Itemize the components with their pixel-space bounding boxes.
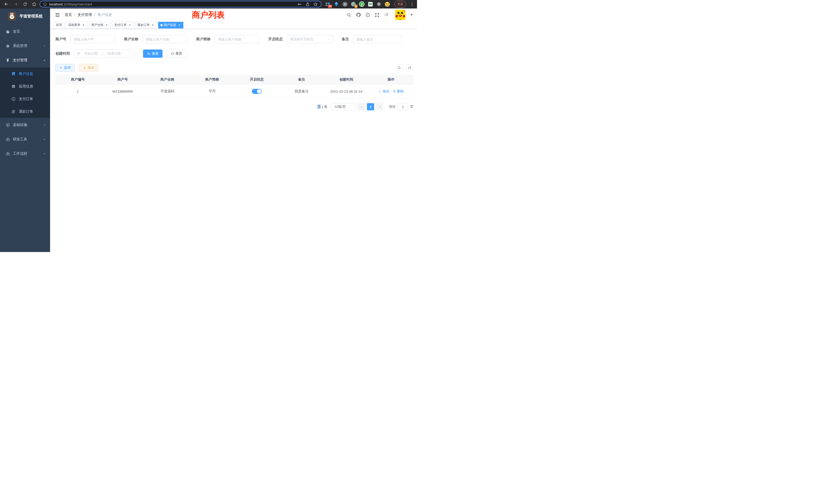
close-icon[interactable]: ×	[82, 23, 85, 27]
key-icon[interactable]	[297, 2, 302, 6]
breadcrumb-payment[interactable]: 支付管理	[78, 13, 92, 17]
share-icon[interactable]	[306, 2, 310, 6]
collapse-sidebar-icon[interactable]	[55, 12, 60, 18]
app-logo-row[interactable]: 芋道管理系统	[0, 8, 50, 24]
close-icon[interactable]: ×	[105, 23, 108, 27]
browser-toolbar: localhost:1024/pay/merchant 10 ⌘ 1 y 更新 …	[0, 0, 417, 8]
gear-icon	[5, 44, 10, 48]
remark-input[interactable]	[353, 35, 402, 43]
sidebar-item-infrastructure[interactable]: 基础设施	[0, 118, 50, 132]
tab-pay-order[interactable]: 支付订单×	[112, 22, 134, 28]
home-icon[interactable]	[30, 1, 38, 7]
chevron-down-icon	[43, 152, 46, 155]
browser-update-button[interactable]: 更新	[394, 1, 406, 8]
cell-merchant-name: 芋道源码	[145, 89, 190, 94]
ext-gem-icon[interactable]	[333, 1, 339, 7]
avatar-caret-icon[interactable]	[410, 14, 413, 16]
status-toggle[interactable]	[252, 89, 262, 94]
sidebar-item-pay-order[interactable]: ¥ 支付订单	[0, 93, 50, 105]
chevron-left-icon	[360, 106, 363, 108]
tab-merchant-info[interactable]: 商户信息×	[158, 22, 183, 28]
sidebar-item-refund-order[interactable]: 退款订单	[0, 105, 50, 118]
active-dot	[160, 24, 162, 26]
search-button[interactable]: 搜索	[143, 49, 162, 58]
grid-icon	[10, 84, 16, 89]
extensions-row: 10 ⌘ 1 y 更新 ⋮	[325, 1, 414, 8]
add-button[interactable]: 新增	[56, 64, 75, 72]
sidebar-item-home[interactable]: 首页	[0, 24, 50, 39]
search-icon	[397, 66, 401, 70]
ext-v-icon[interactable]: y	[359, 1, 365, 7]
fullscreen-icon[interactable]	[375, 13, 379, 18]
reload-icon[interactable]	[21, 1, 29, 7]
breadcrumb: 首页 / 支付管理 / 商户信息	[65, 13, 112, 17]
merchant-no-input[interactable]	[70, 35, 115, 43]
font-size-icon[interactable]: TT	[384, 13, 389, 18]
reset-button[interactable]: 重置	[167, 49, 186, 58]
ext-badge: 10	[328, 5, 332, 8]
bookmark-star-icon[interactable]	[313, 2, 318, 6]
refresh-table-button[interactable]	[406, 64, 413, 72]
extensions-puzzle-icon[interactable]	[376, 1, 381, 7]
sidebar-item-system[interactable]: 系统管理	[0, 39, 50, 53]
status-label: 开启状态	[268, 37, 283, 42]
app-logo	[8, 12, 16, 20]
status-select[interactable]: 请选择开启状态	[287, 35, 333, 43]
pagination: 共 1 条 10条/页 1 前往 页	[56, 103, 413, 110]
github-icon[interactable]	[356, 12, 361, 18]
forward-icon[interactable]	[12, 1, 20, 7]
filter-row-2: 创建时间 开始日期 - 结束日期 搜索 重置	[56, 49, 413, 58]
edit-link[interactable]: 修改	[378, 89, 389, 94]
svg-text:T: T	[386, 13, 388, 17]
delete-link[interactable]: 删除	[393, 89, 404, 94]
site-info-icon[interactable]	[43, 2, 47, 6]
hide-search-button[interactable]	[395, 64, 403, 72]
merchant-short-input[interactable]	[215, 35, 260, 43]
close-icon[interactable]: ×	[177, 23, 181, 27]
tab-process-form[interactable]: 流程表单×	[66, 22, 88, 28]
page-number-button[interactable]: 1	[367, 103, 374, 110]
toolbox-icon	[5, 137, 10, 142]
svg-text:¥: ¥	[13, 98, 14, 100]
page-size-select[interactable]: 10条/页	[331, 103, 356, 110]
next-page-button[interactable]	[376, 103, 383, 110]
column-header: 商户全称	[145, 77, 190, 82]
sidebar-item-workflow[interactable]: 工作流程	[0, 146, 50, 161]
column-header: 操作	[369, 77, 413, 82]
merchant-name-input[interactable]	[142, 35, 188, 43]
search-icon	[147, 52, 151, 55]
sidebar-item-merchant-info[interactable]: 商户信息	[0, 68, 50, 80]
back-icon[interactable]	[3, 1, 10, 7]
breadcrumb-home[interactable]: 首页	[65, 13, 72, 17]
url-bar[interactable]: localhost:1024/pay/merchant	[40, 1, 322, 7]
ext-diamond-icon[interactable]: 10	[325, 1, 331, 7]
tab-user-group[interactable]: 用户分组×	[89, 22, 111, 28]
tab-refund-order[interactable]: 退款订单×	[135, 22, 157, 28]
edit-pencil-icon	[378, 90, 381, 93]
end-date-placeholder: 结束日期	[107, 51, 121, 56]
merchant-no-label: 商户号	[56, 37, 66, 42]
ext-chat-icon[interactable]	[368, 1, 373, 7]
ext-proxy-icon[interactable]: 1	[351, 1, 356, 7]
export-button[interactable]: 导出	[79, 64, 98, 72]
app-title: 芋道管理系统	[20, 14, 43, 19]
close-icon[interactable]: ×	[128, 23, 131, 27]
tab-home[interactable]: 首页	[54, 22, 64, 28]
cell-remark: 我是备注	[279, 89, 324, 94]
browser-menu-icon[interactable]: ⋮	[410, 2, 414, 6]
avatar[interactable]	[395, 10, 405, 20]
chevron-right-icon	[378, 106, 381, 108]
ext-emoji-icon[interactable]	[385, 1, 390, 7]
refresh-icon	[171, 52, 174, 55]
sidebar-item-app-info[interactable]: 应用信息	[0, 80, 50, 93]
prev-page-button[interactable]	[358, 103, 365, 110]
ext-command-icon[interactable]: ⌘	[342, 1, 348, 7]
close-icon[interactable]: ×	[151, 23, 155, 27]
sidebar-item-dev-tools[interactable]: 研发工具	[0, 132, 50, 146]
goto-page-input[interactable]	[398, 103, 408, 110]
create-time-range-picker[interactable]: 开始日期 - 结束日期	[74, 49, 134, 58]
document-copy-icon	[10, 110, 16, 114]
search-icon[interactable]	[347, 13, 352, 18]
help-icon[interactable]: ?	[366, 13, 370, 18]
sidebar-item-payment[interactable]: ¥ 支付管理	[0, 53, 50, 68]
